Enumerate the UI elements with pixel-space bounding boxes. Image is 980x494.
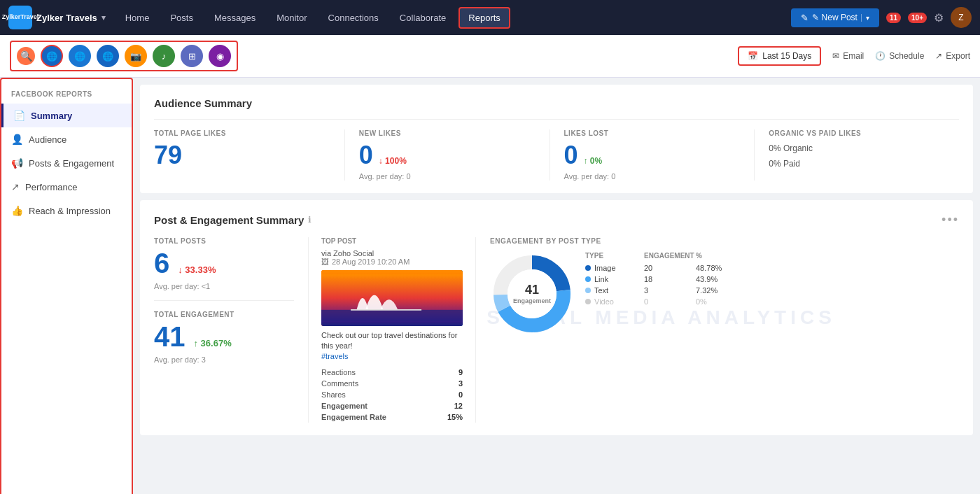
account-fb-1[interactable]: 🌐: [41, 45, 63, 67]
top-post-label: TOP POST: [321, 237, 463, 245]
accounts-list: 🔍 🌐 🌐 🌐 📷 ♪ ⊞ ◉: [10, 41, 238, 71]
new-likes-avg: Avg. per day: 0: [359, 172, 536, 181]
nav-right-actions: ✎ ✎ New Post ▾ 11 10+ ⚙ Z: [791, 7, 972, 28]
audience-metrics-row: TOTAL PAGE LIKES 79 NEW LIKES 0 ↓ 100% A…: [154, 119, 959, 181]
notifications-badge[interactable]: 11: [886, 13, 901, 23]
account-other-3[interactable]: ◉: [209, 45, 231, 67]
total-page-likes-value: 79: [154, 141, 330, 169]
sidebar-item-audience[interactable]: 👤 Audience: [1, 127, 132, 151]
engagement-stats-table: Reactions9Comments3Shares0Engagement12En…: [321, 367, 463, 423]
pe-middle-panel: TOP POST via Zoho Social 🖼 28 Aug 2019 1…: [308, 237, 476, 423]
engagement-by-post-type-title: ENGAGEMENT BY POST TYPE: [490, 237, 959, 245]
new-likes-value: 0: [359, 141, 373, 169]
top-post-image[interactable]: [321, 270, 463, 326]
account-fb-2[interactable]: 🌐: [69, 45, 91, 67]
total-engagement-label: TOTAL ENGAGEMENT: [154, 311, 294, 318]
engagement-table-row: Engagement Rate15%: [321, 411, 463, 423]
new-post-label: ✎ New Post: [812, 13, 858, 22]
engagement-table-row: Shares0: [321, 389, 463, 400]
nav-connections[interactable]: Connections: [320, 8, 387, 27]
sidebar-item-performance-label: Performance: [25, 182, 77, 192]
engagement-legend: TYPE ENGAGEMENT % Image 20 48.78% Link 1…: [585, 252, 959, 309]
total-page-likes-metric: TOTAL PAGE LIKES 79: [154, 129, 345, 181]
schedule-icon: 🕐: [875, 51, 886, 61]
sidebar-item-summary[interactable]: 📄 Summary: [1, 104, 132, 127]
brand-dropdown-arrow[interactable]: ▾: [102, 13, 106, 22]
brand-logo: Zylker Travel: [8, 6, 32, 29]
nav-posts[interactable]: Posts: [162, 8, 202, 27]
pe-right-panel: ENGAGEMENT BY POST TYPE: [490, 237, 959, 423]
date-range-button[interactable]: 📅 Last 15 Days: [738, 46, 821, 66]
sydney-opera-image: [321, 270, 463, 326]
more-options-icon[interactable]: •••: [941, 213, 959, 227]
post-engagement-card: Post & Engagement Summary ℹ ••• SOCIAL M…: [140, 200, 973, 435]
legend-rows-container: Image 20 48.78% Link 18 43.9% Text 3 7.3…: [585, 264, 959, 306]
brand-logo-area[interactable]: Zylker Travel Zylker Travels ▾: [8, 6, 106, 29]
sidebar-item-posts-engagement[interactable]: 📢 Posts & Engagement: [1, 151, 132, 175]
legend-color-dot: [585, 265, 591, 271]
top-post-via: via Zoho Social: [321, 249, 463, 257]
likes-lost-value: 0: [564, 141, 578, 169]
legend-header: TYPE ENGAGEMENT %: [585, 252, 959, 260]
nav-collaborate[interactable]: Collaborate: [391, 8, 455, 27]
new-likes-metric: NEW LIKES 0 ↓ 100% Avg. per day: 0: [345, 129, 550, 181]
likes-lost-metric: LIKES LOST 0 ↑ 0% Avg. per day: 0: [550, 129, 755, 181]
nav-monitor[interactable]: Monitor: [268, 8, 315, 27]
user-avatar[interactable]: Z: [951, 7, 972, 28]
legend-pct: 43.9%: [696, 275, 731, 283]
legend-row: Text 3 7.32%: [585, 286, 959, 295]
legend-color-dot: [585, 299, 591, 304]
legend-color-dot: [585, 276, 591, 282]
account-insta[interactable]: 📷: [125, 45, 147, 67]
account-search-icon[interactable]: 🔍: [17, 47, 35, 65]
post-engagement-title: Post & Engagement Summary: [154, 214, 304, 226]
account-fb-3[interactable]: 🌐: [97, 45, 119, 67]
new-post-dropdown-arrow[interactable]: ▾: [861, 14, 869, 22]
email-icon: ✉: [832, 51, 839, 61]
legend-pct: 0%: [696, 297, 731, 306]
accounts-actions: 📅 Last 15 Days ✉ Email 🕐 Schedule ↗ Expo…: [738, 46, 970, 66]
performance-icon: ↗: [11, 181, 20, 192]
legend-engagement: 0: [644, 297, 693, 306]
nav-reports[interactable]: Reports: [458, 7, 510, 29]
legend-type: Video: [585, 297, 641, 306]
engagement-table-row: Comments3: [321, 378, 463, 389]
legend-pct: 48.78%: [696, 264, 731, 272]
export-button[interactable]: ↗ Export: [935, 51, 970, 61]
legend-engagement: 18: [644, 275, 693, 283]
likes-lost-change: ↑ 0%: [584, 156, 603, 166]
export-label: Export: [946, 51, 970, 61]
legend-type: Text: [585, 286, 641, 295]
top-post-date: 🖼 28 Aug 2019 10:20 AM: [321, 257, 463, 266]
email-button[interactable]: ✉ Email: [832, 51, 864, 61]
legend-color-dot: [585, 288, 591, 293]
donut-center: 41 Engagement: [513, 282, 551, 304]
content-area: Audience Summary TOTAL PAGE LIKES 79 NEW…: [133, 78, 980, 494]
legend-row: Video 0 0%: [585, 297, 959, 306]
top-post-hashtag[interactable]: #travels: [321, 352, 349, 360]
sidebar-item-performance[interactable]: ↗ Performance: [1, 175, 132, 199]
legend-engagement-header: ENGAGEMENT: [644, 252, 693, 260]
nav-home[interactable]: Home: [117, 8, 158, 27]
sidebar-item-reach-impression[interactable]: 👍 Reach & Impression: [1, 199, 132, 223]
svg-rect-1: [321, 309, 463, 321]
nav-messages[interactable]: Messages: [206, 8, 264, 27]
alerts-badge[interactable]: 10+: [908, 13, 927, 23]
total-posts-label: TOTAL POSTS: [154, 237, 294, 245]
account-other-1[interactable]: ♪: [153, 45, 175, 67]
account-other-2[interactable]: ⊞: [181, 45, 203, 67]
new-post-icon: ✎: [801, 13, 808, 23]
total-engagement-change: ↑ 36.67%: [194, 338, 232, 348]
paid-pct: 0% Paid: [769, 157, 945, 172]
legend-pct-header: %: [696, 252, 731, 260]
likes-lost-label: LIKES LOST: [564, 129, 741, 137]
post-engagement-header: Post & Engagement Summary ℹ •••: [154, 213, 959, 227]
audience-icon: 👤: [11, 134, 23, 145]
legend-row: Link 18 43.9%: [585, 275, 959, 283]
schedule-button[interactable]: 🕐 Schedule: [875, 51, 924, 61]
legend-engagement: 20: [644, 264, 693, 272]
settings-icon[interactable]: ⚙: [934, 11, 944, 24]
total-posts-change: ↓ 33.33%: [178, 264, 216, 275]
new-post-button[interactable]: ✎ ✎ New Post ▾: [791, 8, 879, 27]
donut-section: 41 Engagement TYPE ENGAGEMENT % Im: [490, 252, 959, 336]
